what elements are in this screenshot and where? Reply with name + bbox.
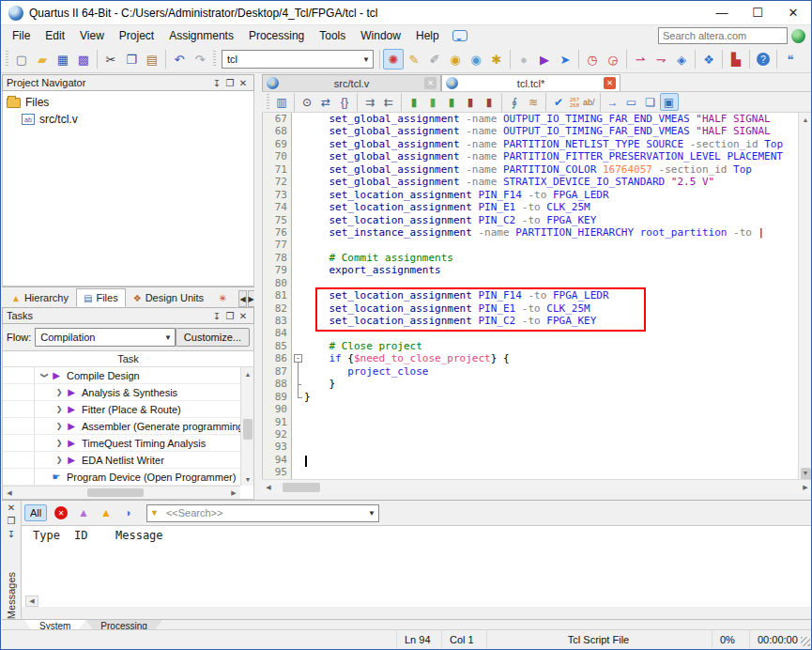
unindent-icon[interactable]: ⇇	[379, 93, 398, 111]
task-row[interactable]: ❯▶TimeQuest Timing Analysis	[3, 435, 253, 452]
timing-report-icon[interactable]: ◶	[603, 49, 623, 70]
editor-tab-src-tcl-v[interactable]: asrc/tcl.v✕	[262, 74, 441, 91]
options-icon[interactable]: ✱	[486, 49, 507, 70]
project-combobox[interactable]: tcl▼	[222, 50, 374, 69]
scrollbar-thumb[interactable]	[243, 419, 253, 440]
find-icon[interactable]: ⊙	[298, 93, 316, 111]
pin-planner-icon[interactable]: ✐	[424, 49, 445, 70]
chip-planner-icon[interactable]: ▙	[726, 49, 746, 70]
view-full-icon[interactable]: ▣	[660, 93, 679, 111]
scrollbar-thumb[interactable]	[283, 483, 320, 492]
scrollbar-thumb[interactable]	[87, 488, 144, 497]
editor-tab-tcl-tcl-[interactable]: atcl.tcl*✕	[441, 74, 620, 91]
cut-icon[interactable]: ✂	[100, 49, 121, 70]
new-file-icon[interactable]: ▢	[11, 49, 32, 70]
close-tab-icon[interactable]: ✕	[424, 77, 437, 89]
settings-icon[interactable]: ◉	[445, 49, 466, 70]
close-button[interactable]: ✕	[775, 1, 811, 24]
critical-warning-filter-icon[interactable]: ▲	[73, 503, 94, 522]
tab-scroll-left-icon[interactable]: ◀	[238, 290, 246, 307]
signaltap-icon[interactable]: ❖	[698, 49, 719, 70]
maximize-button[interactable]: ☐	[740, 1, 775, 24]
netlist-viewer-icon[interactable]: ⇀	[630, 49, 651, 70]
expander-icon[interactable]: ❯	[54, 422, 65, 430]
expander-icon[interactable]: ❯	[54, 439, 65, 447]
brace-match-icon[interactable]: {}	[335, 93, 354, 111]
vertical-splitter[interactable]	[254, 74, 262, 500]
feedback-icon[interactable]: ❝	[780, 49, 801, 70]
bookmark-toggle-icon[interactable]: ▮	[405, 93, 423, 111]
expander-icon[interactable]: ❯	[54, 405, 65, 413]
globe-icon[interactable]	[791, 29, 805, 43]
filter-all-button[interactable]: All	[24, 504, 47, 521]
task-row[interactable]: ❯▶Compile Design	[3, 367, 253, 384]
fold-margin[interactable]: -	[292, 352, 304, 364]
undo-icon[interactable]: ↶	[169, 49, 190, 70]
scroll-right-icon[interactable]: ▶	[799, 481, 812, 494]
toolbar-grip[interactable]	[213, 51, 216, 68]
close-icon[interactable]: ✕	[237, 311, 250, 321]
tasks-horizontal-scrollbar[interactable]: ◀ ▶	[3, 486, 240, 499]
scroll-left-icon[interactable]: ◀	[3, 487, 16, 500]
close-icon[interactable]: ✕	[5, 503, 18, 516]
new-project-wizard-icon[interactable]: ✺	[383, 49, 404, 70]
attach-file-icon[interactable]: ∮	[505, 93, 524, 111]
menu-edit[interactable]: Edit	[38, 26, 72, 45]
menu-processing[interactable]: Processing	[241, 26, 312, 45]
menu-view[interactable]: View	[72, 26, 112, 45]
editor-vertical-scrollbar[interactable]: ▲ ▼	[798, 113, 812, 479]
task-row[interactable]: ❯▶EDA Netlist Writer	[3, 452, 253, 469]
bookmark-next-icon[interactable]: ▮	[423, 93, 442, 111]
tab-extra[interactable]: ✳	[211, 288, 237, 307]
project-files-tree[interactable]: Files absrc/tcl.v	[2, 91, 254, 286]
search-input[interactable]	[658, 27, 788, 44]
float-icon[interactable]: ❐	[223, 311, 237, 321]
indent-icon[interactable]: ⇉	[360, 93, 379, 111]
scroll-left-icon[interactable]: ◀	[262, 481, 275, 494]
float-icon[interactable]: ❐	[5, 516, 18, 529]
flow-combobox[interactable]: Compilation ▼	[35, 328, 176, 347]
task-row[interactable]: ❯▶Fitter (Place & Route)	[3, 401, 253, 418]
line-numbers-icon[interactable]: 267268	[568, 97, 581, 108]
syntax-check-icon[interactable]: ✔	[549, 93, 568, 111]
task-row[interactable]: ❯▶Assembler (Generate programming files)	[3, 418, 253, 435]
fold-collapse-icon[interactable]: -	[294, 354, 302, 363]
menu-tools[interactable]: Tools	[312, 26, 353, 45]
menu-help[interactable]: Help	[408, 26, 447, 45]
stop-icon[interactable]: ●	[513, 49, 534, 70]
macro-icon[interactable]: ≋	[524, 93, 543, 111]
pin-icon[interactable]: ↧	[5, 529, 18, 542]
tab-files[interactable]: ▤Files	[76, 288, 126, 307]
help-icon[interactable]: ?	[753, 49, 774, 70]
bookmark-clear-icon[interactable]: ▮	[461, 93, 480, 111]
start-compilation-icon[interactable]: ▶	[534, 49, 555, 70]
pin-icon[interactable]: ↧	[210, 78, 223, 88]
menu-window[interactable]: Window	[353, 26, 408, 45]
error-filter-icon[interactable]: ✕	[51, 503, 71, 522]
task-row[interactable]: ❯▶Analysis & Synthesis	[3, 384, 253, 401]
tasks-vertical-scrollbar[interactable]: ▲ ▼	[240, 367, 253, 486]
programmer-icon[interactable]: ◈	[671, 49, 692, 70]
code-editor[interactable]: 67 set_global_assignment -name OUTPUT_IO…	[262, 113, 812, 479]
menu-assignments[interactable]: Assignments	[161, 26, 241, 45]
messages-list[interactable]: ◀	[22, 544, 812, 607]
bookmark-clear-all-icon[interactable]: ▮	[480, 93, 498, 111]
pin-icon[interactable]: ↧	[210, 311, 223, 321]
message-search-combobox[interactable]: ▼ <<Search>> ▼	[146, 504, 379, 522]
minimize-button[interactable]: —	[704, 1, 740, 24]
scroll-left-icon[interactable]: ◀	[25, 596, 38, 607]
warning-filter-icon[interactable]: ▲	[96, 503, 116, 522]
editor-horizontal-scrollbar[interactable]: ◀ ▶	[262, 479, 812, 494]
expander-icon[interactable]: ❯	[54, 388, 65, 396]
scroll-up-icon[interactable]: ▲	[241, 367, 254, 380]
menu-file[interactable]: File	[5, 26, 38, 45]
expander-icon[interactable]: ❯	[54, 456, 65, 464]
resize-grip[interactable]	[801, 637, 810, 646]
save-project-icon[interactable]: ▩	[73, 49, 94, 70]
close-tab-icon[interactable]: ✕	[604, 77, 616, 89]
scroll-down-icon[interactable]: ▼	[799, 466, 812, 479]
info-filter-icon[interactable]: ◗	[118, 503, 139, 522]
view-split-icon[interactable]: ❏	[641, 93, 660, 111]
timing-analyzer-icon[interactable]: ◷	[582, 49, 603, 70]
customize-button[interactable]: Customize...	[176, 328, 250, 347]
